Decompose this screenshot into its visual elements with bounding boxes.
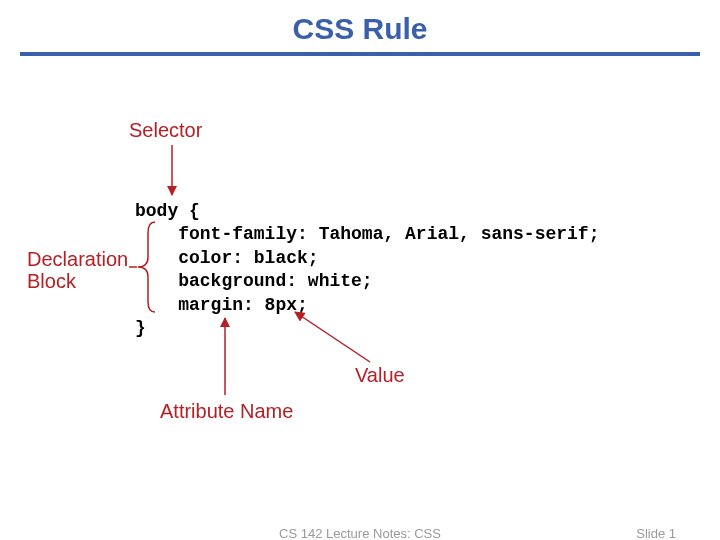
code-line-3: color: black; — [135, 248, 319, 268]
code-line-6: } — [135, 318, 146, 338]
code-line-1: body { — [135, 201, 200, 221]
footer-course: CS 142 Lecture Notes: CSS — [279, 526, 441, 540]
css-code: body { font-family: Tahoma, Arial, sans-… — [135, 200, 599, 340]
footer-slide: Slide 1 — [636, 526, 676, 540]
label-selector: Selector — [129, 119, 202, 141]
code-line-5: margin: 8px; — [135, 295, 308, 315]
slide-title: CSS Rule — [0, 0, 720, 52]
label-attribute-name: Attribute Name — [160, 400, 293, 422]
label-declaration-block: Declaration Block — [27, 248, 128, 292]
code-line-4: background: white; — [135, 271, 373, 291]
title-divider — [20, 52, 700, 56]
code-line-2: font-family: Tahoma, Arial, sans-serif; — [135, 224, 599, 244]
label-value: Value — [355, 364, 405, 386]
